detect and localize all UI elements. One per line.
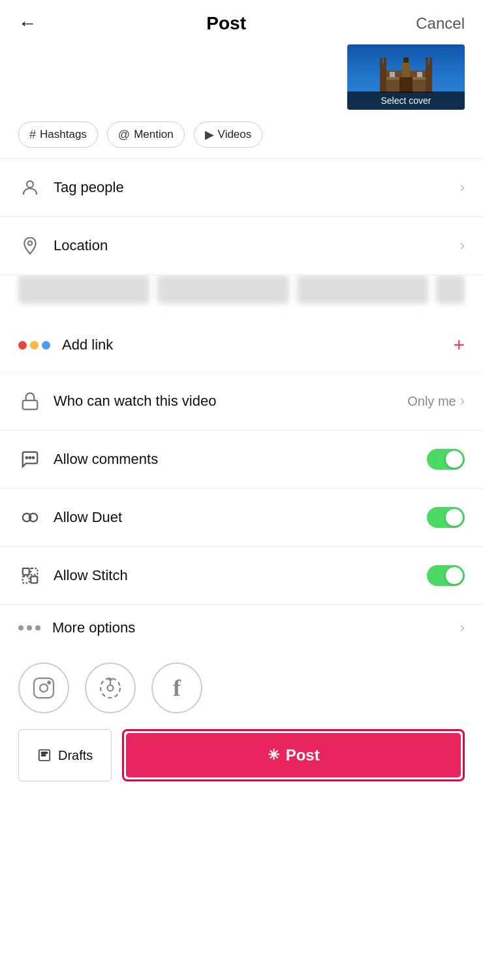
tag-people-label: Tag people xyxy=(54,179,460,196)
toggle-knob-stitch xyxy=(446,567,463,584)
svg-rect-24 xyxy=(31,568,37,575)
blurred-item-3 xyxy=(297,275,428,304)
svg-rect-2 xyxy=(380,57,382,64)
lock-svg xyxy=(20,391,40,411)
who-can-watch-row[interactable]: Who can watch this video Only me › xyxy=(0,372,483,431)
bottom-bar: Drafts ✳ Post xyxy=(0,729,483,800)
more-dot-3 xyxy=(35,625,40,630)
svg-rect-7 xyxy=(426,64,432,71)
videos-tag-button[interactable]: ▶ Videos xyxy=(194,122,263,148)
cancel-button[interactable]: Cancel xyxy=(416,14,465,33)
allow-comments-toggle[interactable] xyxy=(427,449,465,470)
tag-people-row[interactable]: Tag people › xyxy=(0,159,483,217)
toggle-knob-duet xyxy=(446,509,463,526)
svg-point-28 xyxy=(40,684,48,692)
allow-comments-label: Allow comments xyxy=(54,451,427,468)
hashtags-tag-button[interactable]: # Hashtags xyxy=(18,122,98,148)
svg-point-31 xyxy=(108,685,114,691)
svg-rect-12 xyxy=(390,72,395,77)
svg-rect-25 xyxy=(23,576,29,583)
comment-svg xyxy=(20,449,40,469)
facebook-share-button[interactable]: f xyxy=(151,662,202,713)
allow-stitch-row: Allow Stitch xyxy=(0,547,483,605)
add-link-label: Add link xyxy=(62,336,453,353)
video-section: Select cover xyxy=(0,44,483,110)
blurred-item-1 xyxy=(18,275,149,304)
person-icon xyxy=(18,176,42,199)
lock-icon xyxy=(18,389,42,413)
location-row[interactable]: Location › xyxy=(0,217,483,275)
blurred-section xyxy=(0,275,483,318)
allow-comments-row: Allow comments xyxy=(0,431,483,489)
more-options-row[interactable]: More options › xyxy=(0,605,483,651)
facebook-icon: f xyxy=(173,674,181,702)
castle-icon xyxy=(380,57,432,93)
allow-stitch-toggle[interactable] xyxy=(427,565,465,586)
allow-duet-label: Allow Duet xyxy=(54,509,427,526)
chevron-right-icon: › xyxy=(460,179,465,196)
instagram-icon xyxy=(32,676,55,700)
svg-rect-37 xyxy=(41,755,45,756)
svg-rect-23 xyxy=(23,568,29,575)
mention-tag-button[interactable]: @ Mention xyxy=(107,122,185,148)
blurred-item-2 xyxy=(157,275,288,304)
who-can-watch-label: Who can watch this video xyxy=(54,393,407,410)
watch-chevron-icon: › xyxy=(460,393,465,410)
dot-yellow xyxy=(30,341,39,350)
svg-rect-8 xyxy=(426,57,428,64)
page-title: Post xyxy=(206,13,246,34)
plus-icon: + xyxy=(453,335,465,355)
drafts-button[interactable]: Drafts xyxy=(18,729,112,781)
only-me-text: Only me xyxy=(407,394,456,409)
stitch-icon xyxy=(18,564,42,587)
more-dot-2 xyxy=(27,625,32,630)
location-chevron-icon: › xyxy=(460,237,465,254)
dot-red xyxy=(18,341,27,350)
more-dots-icon xyxy=(18,625,40,630)
post-label: Post xyxy=(286,746,320,764)
svg-rect-13 xyxy=(417,72,422,77)
post-button-wrapper: ✳ Post xyxy=(122,729,465,781)
more-dot-1 xyxy=(18,625,23,630)
repost-share-button[interactable] xyxy=(85,662,136,713)
svg-rect-10 xyxy=(399,77,413,93)
back-button[interactable]: ← xyxy=(18,13,37,34)
link-dots-icon xyxy=(18,341,50,350)
svg-rect-0 xyxy=(380,71,386,93)
share-row: f xyxy=(0,651,483,727)
hashtags-label: Hashtags xyxy=(40,128,87,141)
post-button[interactable]: ✳ Post xyxy=(126,733,461,777)
duet-svg xyxy=(20,508,40,527)
comment-icon xyxy=(18,448,42,471)
duet-icon xyxy=(18,506,42,529)
svg-point-18 xyxy=(26,457,28,459)
svg-rect-3 xyxy=(384,57,386,64)
spark-icon: ✳ xyxy=(268,747,279,764)
add-link-row[interactable]: Add link + xyxy=(0,318,483,372)
drafts-icon xyxy=(37,748,52,762)
svg-point-16 xyxy=(28,241,32,245)
svg-rect-36 xyxy=(41,752,47,753)
svg-rect-27 xyxy=(34,678,54,698)
person-svg xyxy=(20,178,40,197)
tags-row: # Hashtags @ Mention ▶ Videos xyxy=(0,122,483,158)
repost-icon xyxy=(99,676,122,700)
svg-point-19 xyxy=(29,457,31,459)
dot-blue xyxy=(42,341,50,350)
svg-rect-26 xyxy=(31,576,37,583)
location-label: Location xyxy=(54,237,460,254)
allow-duet-row: Allow Duet xyxy=(0,489,483,547)
allow-duet-toggle[interactable] xyxy=(427,507,465,528)
stitch-svg xyxy=(20,566,40,585)
who-can-watch-value: Only me › xyxy=(407,393,465,410)
select-cover-label[interactable]: Select cover xyxy=(347,91,465,110)
svg-rect-11 xyxy=(402,63,410,77)
more-chevron-icon: › xyxy=(460,619,465,636)
video-thumbnail[interactable]: Select cover xyxy=(347,44,465,110)
svg-point-20 xyxy=(33,457,35,459)
mention-label: Mention xyxy=(134,128,173,141)
location-svg xyxy=(20,236,40,255)
svg-rect-9 xyxy=(429,57,432,64)
location-icon xyxy=(18,234,42,257)
instagram-share-button[interactable] xyxy=(18,662,69,713)
